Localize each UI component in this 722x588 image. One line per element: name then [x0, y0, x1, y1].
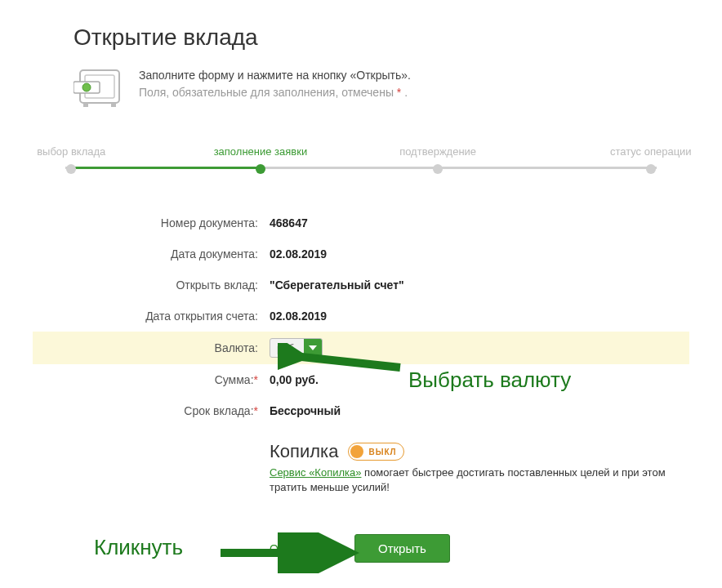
toggle-knob-icon [350, 445, 363, 458]
kopilka-link[interactable]: Сервис «Копилка» [270, 466, 361, 479]
doc-number-label: Номер документа: [33, 216, 270, 229]
safe-icon [74, 67, 123, 113]
step-status: статус операции [590, 145, 712, 174]
doc-number-value: 468647 [270, 216, 308, 229]
page-title: Открытие вклада [74, 24, 689, 51]
kopilka-title: Копилка [270, 441, 338, 462]
step-fill-form: заполнение заявки [199, 145, 322, 174]
account-open-date-value: 02.08.2019 [270, 310, 327, 323]
row-term: Срок вклада:* Бессрочный [33, 395, 689, 426]
open-deposit-label: Открыть вклад: [33, 278, 270, 292]
kopilka-toggle[interactable]: ВЫКЛ [348, 443, 403, 461]
svg-point-3 [82, 83, 91, 91]
account-open-date-label: Дата открытия счета: [33, 310, 270, 323]
intro-line2: Поля, обязательные для заполнения, отмеч… [139, 84, 411, 101]
svg-line-6 [294, 356, 400, 368]
doc-date-value: 02.08.2019 [270, 247, 327, 261]
intro-line1: Заполните форму и нажмите на кнопку «Отк… [139, 67, 411, 84]
svg-rect-4 [83, 103, 88, 107]
toggle-label: ВЫКЛ [368, 448, 396, 457]
annotation-text-click: Кликнуть [94, 535, 183, 560]
intro-block: Заполните форму и нажмите на кнопку «Отк… [74, 67, 689, 113]
row-doc-number: Номер документа: 468647 [33, 207, 689, 238]
row-doc-date: Дата документа: 02.08.2019 [33, 238, 689, 270]
step-confirm: подтверждение [377, 145, 499, 174]
annotation-text-currency: Выбрать валюту [408, 368, 571, 393]
kopilka-desc: Сервис «Копилка» помогает быстрее достиг… [270, 466, 689, 495]
progress-stepper: выбор вклада заполнение заявки подтвержд… [65, 145, 657, 175]
annotation-arrow-click [212, 532, 359, 573]
doc-date-label: Дата документа: [33, 247, 270, 261]
row-open-deposit: Открыть вклад: "Сберегательный счет" [33, 270, 689, 301]
open-deposit-value: "Сберегательный счет" [270, 278, 404, 292]
step-choose-deposit: выбор вклада [10, 145, 132, 174]
svg-rect-5 [111, 103, 116, 107]
annotation-arrow-currency [278, 343, 408, 384]
open-button[interactable]: Открыть [354, 534, 450, 563]
kopilka-block: Копилка ВЫКЛ Сервис «Копилка» помогает б… [270, 434, 689, 501]
amount-label: Сумма:* [33, 373, 270, 386]
currency-label: Валюта: [33, 341, 270, 354]
term-value: Бессрочный [270, 404, 341, 417]
term-label: Срок вклада:* [33, 404, 270, 417]
row-account-open-date: Дата открытия счета: 02.08.2019 [33, 301, 689, 332]
